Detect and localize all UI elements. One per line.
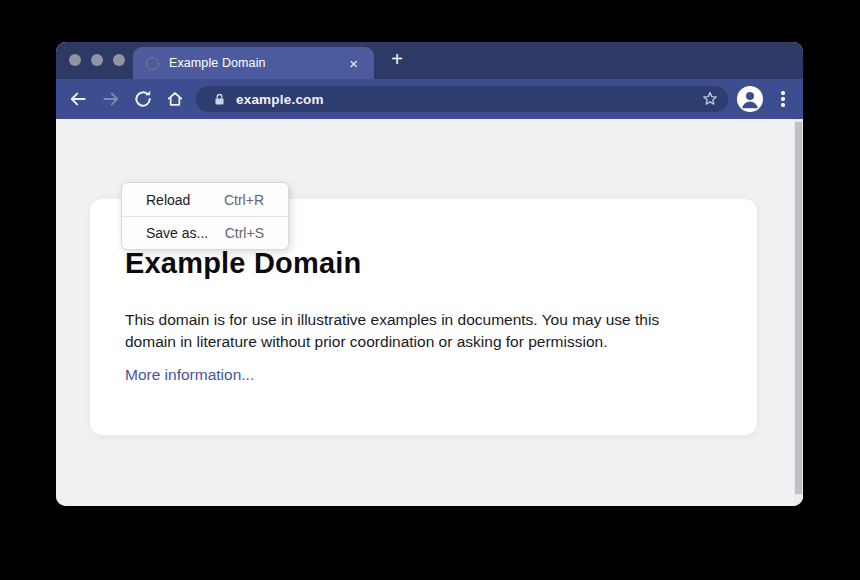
page-viewport: Example Domain This domain is for use in… xyxy=(56,119,803,506)
reload-icon[interactable] xyxy=(133,89,153,109)
window-control-close[interactable] xyxy=(69,54,81,66)
back-icon[interactable] xyxy=(68,89,88,109)
menu-item-shortcut: Ctrl+S xyxy=(225,225,264,241)
context-menu-item-save-as[interactable]: Save as... Ctrl+S xyxy=(122,216,288,249)
context-menu: Reload Ctrl+R Save as... Ctrl+S xyxy=(121,182,289,250)
tab-title: Example Domain xyxy=(169,56,346,70)
active-tab[interactable]: Example Domain × xyxy=(133,47,374,79)
bookmark-star-icon[interactable] xyxy=(700,89,720,109)
context-menu-item-reload[interactable]: Reload Ctrl+R xyxy=(122,183,288,216)
url-text: example.com xyxy=(236,92,324,107)
tab-close-icon[interactable]: × xyxy=(346,54,361,73)
page-paragraph: This domain is for use in illustrative e… xyxy=(125,309,713,353)
profile-avatar-icon[interactable] xyxy=(737,86,763,112)
address-bar[interactable]: example.com xyxy=(196,86,728,112)
menu-item-label: Save as... xyxy=(146,225,225,241)
window-controls xyxy=(69,54,125,66)
scrollbar-thumb[interactable] xyxy=(795,122,802,494)
tab-strip: Example Domain × + xyxy=(56,42,803,79)
new-tab-button[interactable]: + xyxy=(385,47,409,73)
browser-toolbar: example.com xyxy=(56,79,803,119)
site-favicon-icon xyxy=(146,57,159,70)
menu-item-label: Reload xyxy=(146,192,224,208)
forward-icon[interactable] xyxy=(101,89,121,109)
browser-window: Example Domain × + xyxy=(56,42,803,506)
browser-menu-icon[interactable] xyxy=(779,89,787,109)
more-information-link[interactable]: More information... xyxy=(125,366,254,384)
window-control-zoom[interactable] xyxy=(113,54,125,66)
home-icon[interactable] xyxy=(165,89,185,109)
scrollbar-track[interactable] xyxy=(794,119,803,506)
page-heading: Example Domain xyxy=(125,247,362,280)
lock-icon[interactable] xyxy=(212,92,227,107)
window-control-minimize[interactable] xyxy=(91,54,103,66)
menu-item-shortcut: Ctrl+R xyxy=(224,192,264,208)
